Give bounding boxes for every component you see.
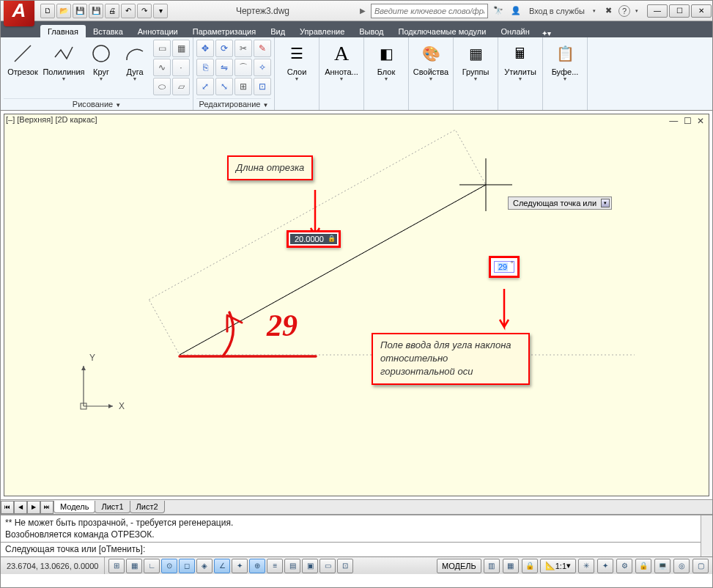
cmd-prompt[interactable]: Следующая точка или [оТменить]: (1, 543, 712, 556)
sheet-tab-sheet1[interactable]: Лист1 (95, 501, 130, 513)
status-grid-button[interactable]: ▦ (126, 559, 142, 573)
status-coordinates[interactable]: 23.6704, 13.0626, 0.0000 (1, 557, 105, 574)
status-annotation-scale[interactable]: 📐 1:1 ▾ (540, 559, 576, 573)
tab-output[interactable]: Вывод (352, 25, 391, 37)
signin-link[interactable]: Вход в службы (526, 7, 588, 15)
qat-undo-icon[interactable]: ↶ (121, 4, 136, 18)
tab-view[interactable]: Вид (263, 25, 292, 37)
point-button[interactable]: · (172, 59, 190, 76)
status-selection-button[interactable]: ▭ (319, 559, 336, 573)
sheet-nav-next[interactable]: ▶ (27, 501, 40, 514)
sheet-nav-last[interactable]: ⏭ (40, 501, 53, 514)
erase-button[interactable]: ✎ (254, 40, 271, 57)
status-polar-button[interactable]: ⊙ (161, 559, 177, 573)
tab-home[interactable]: Главная (40, 25, 86, 37)
status-3dosnap-button[interactable]: ◈ (196, 559, 213, 573)
move-button[interactable]: ✥ (196, 40, 214, 57)
scale-button[interactable]: ⤡ (215, 78, 233, 95)
status-workspace-icon[interactable]: ⚙ (616, 559, 632, 573)
copy-button[interactable]: ⎘ (196, 59, 214, 76)
tab-online[interactable]: Онлайн (493, 25, 536, 37)
spline-button[interactable]: ∿ (153, 59, 171, 76)
block-panel-button[interactable]: ◧Блок▼ (367, 40, 405, 81)
stretch-button[interactable]: ⤢ (196, 78, 214, 95)
dynamic-length-input[interactable]: 20.0000 🔒 (287, 230, 341, 248)
signin-dropdown-icon[interactable]: ▾ (591, 4, 598, 18)
fillet-button[interactable]: ⌒ (234, 59, 252, 76)
status-snap-button[interactable]: ⊞ (108, 559, 125, 573)
tab-annotate[interactable]: Аннотации (130, 25, 185, 37)
tab-plugins[interactable]: Подключаемые модули (391, 25, 494, 37)
status-transparency-button[interactable]: ▤ (284, 559, 300, 573)
status-toolbar-lock-icon[interactable]: 🔒 (635, 559, 651, 573)
ellipse-button[interactable]: ⬭ (153, 78, 171, 95)
hatch-button[interactable]: ▦ (172, 40, 190, 57)
rotate-button[interactable]: ⟳ (215, 40, 233, 57)
tooltip-menu-icon[interactable]: ▾ (601, 199, 610, 207)
circle-button[interactable]: Круг ▼ (86, 40, 117, 81)
tab-insert[interactable]: Вставка (86, 25, 130, 37)
status-quickview-layouts-icon[interactable]: ▥ (484, 559, 500, 573)
utilities-panel-button[interactable]: 🖩Утилиты▼ (501, 40, 539, 81)
qat-save-icon[interactable]: 💾 (73, 4, 87, 18)
minimize-button[interactable]: — (647, 4, 668, 18)
command-line[interactable]: ** Не может быть прозрачной, - требуется… (1, 514, 712, 556)
status-quickview-drawings-icon[interactable]: ▦ (503, 559, 519, 573)
qat-dropdown-icon[interactable]: ▾ (153, 4, 168, 18)
qat-open-icon[interactable]: 📂 (56, 4, 71, 18)
status-ducs-button[interactable]: ✦ (232, 559, 248, 573)
status-annoautoscale-icon[interactable]: ✦ (597, 559, 613, 573)
status-hardware-accel-icon[interactable]: 💻 (654, 559, 670, 573)
help-icon[interactable]: ? (618, 5, 630, 17)
sheet-nav-first[interactable]: ⏮ (1, 501, 14, 514)
exchange-icon[interactable]: ✖ (601, 4, 616, 18)
status-model-toggle[interactable]: МОДЕЛЬ (437, 559, 481, 573)
status-isolate-icon[interactable]: ◎ (673, 559, 690, 573)
qat-print-icon[interactable]: 🖨 (105, 4, 119, 18)
draw-panel-label[interactable]: Рисование ▼ (4, 98, 190, 110)
groups-panel-button[interactable]: ▦Группы▼ (457, 40, 495, 81)
status-quickprops-button[interactable]: ▣ (302, 559, 318, 573)
app-menu-button[interactable]: A (1, 0, 36, 28)
help-dropdown-icon[interactable]: ▾ (633, 4, 640, 18)
qat-redo-icon[interactable]: ↷ (137, 4, 152, 18)
status-cleanscreen-icon[interactable]: ▢ (692, 559, 709, 573)
signin-person-icon[interactable]: 👤 (509, 4, 523, 18)
status-lineweight-button[interactable]: ≡ (267, 559, 283, 573)
offset-button[interactable]: ⊡ (254, 78, 271, 95)
search-play-icon[interactable]: ▶ (358, 7, 368, 15)
sheet-nav-prev[interactable]: ◀ (14, 501, 27, 514)
trim-button[interactable]: ✂ (234, 40, 252, 57)
polyline-button[interactable]: Полилиния ▼ (45, 40, 83, 81)
rectangle-button[interactable]: ▭ (153, 40, 171, 57)
status-annoscale-icon[interactable]: 🔒 (522, 559, 538, 573)
cmd-scrollbar[interactable] (701, 515, 712, 556)
annotation-panel-button[interactable]: AАннота...▼ (322, 40, 361, 81)
status-ortho-button[interactable]: ∟ (144, 559, 160, 573)
status-dyninput-button[interactable]: ⊕ (249, 559, 265, 573)
tab-collapse-icon[interactable]: ✦▾ (537, 29, 555, 37)
sheet-tab-model[interactable]: Модель (53, 501, 95, 513)
dynamic-angle-input[interactable]: 29 ° (489, 256, 520, 278)
mirror-button[interactable]: ⇋ (215, 59, 233, 76)
search-binoculars-icon[interactable]: 🔭 (491, 4, 506, 18)
drawing-viewport[interactable]: [–] [Верхняя] [2D каркас] — ☐ ✕ (4, 114, 709, 496)
status-annovisibility-icon[interactable]: ✳ (578, 559, 594, 573)
status-osnap-button[interactable]: ◻ (179, 559, 195, 573)
close-button[interactable]: ✕ (691, 4, 712, 18)
line-button[interactable]: Отрезок (4, 40, 42, 76)
qat-saveas-icon[interactable]: 💾 (89, 4, 103, 18)
qat-new-icon[interactable]: 🗋 (40, 4, 55, 18)
array-button[interactable]: ⊞ (234, 78, 252, 95)
edit-panel-label[interactable]: Редактирование ▼ (196, 98, 271, 110)
region-button[interactable]: ▱ (172, 78, 190, 95)
explode-button[interactable]: ✧ (254, 59, 271, 76)
properties-panel-button[interactable]: 🎨Свойства▼ (412, 40, 450, 81)
layers-panel-button[interactable]: ☰Слои▼ (278, 40, 316, 81)
clipboard-panel-button[interactable]: 📋Буфе...▼ (546, 40, 584, 81)
sheet-tab-sheet2[interactable]: Лист2 (130, 501, 165, 513)
maximize-button[interactable]: ☐ (669, 4, 690, 18)
status-annomonitor-button[interactable]: ⊡ (337, 559, 353, 573)
search-input[interactable] (371, 4, 488, 18)
tab-parametric[interactable]: Параметризация (185, 25, 263, 37)
